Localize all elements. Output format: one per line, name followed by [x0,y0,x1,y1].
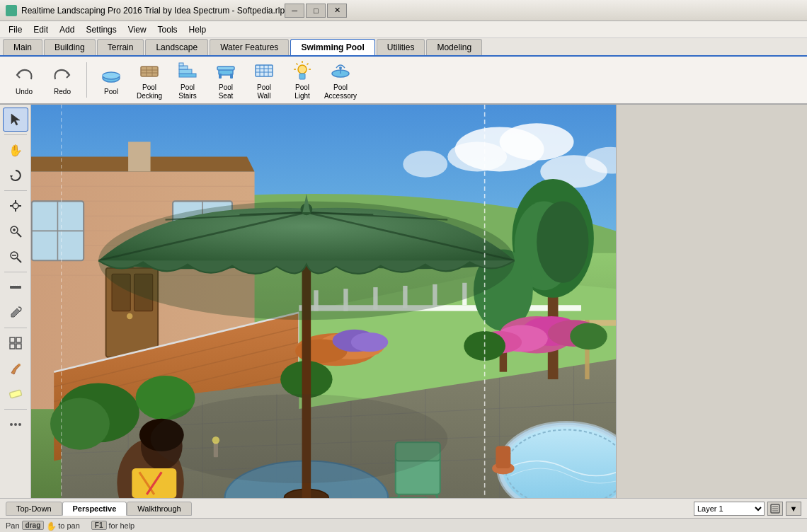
left-tool-more[interactable] [3,412,28,436]
help-status: F1 for help [91,521,134,530]
close-button[interactable]: ✕ [327,4,347,18]
menu-view[interactable]: View [122,23,152,36]
svg-rect-53 [10,344,15,349]
scene-svg [31,105,616,498]
maximize-button[interactable]: □ [306,4,326,18]
undo-button[interactable]: Undo [6,59,42,100]
svg-rect-9 [179,66,188,69]
svg-line-43 [17,258,21,262]
pool-decking-icon [138,59,161,82]
layer-select[interactable]: Layer 1 Layer 2 Layer 3 [694,502,765,516]
tab-landscape[interactable]: Landscape [145,39,208,55]
svg-rect-2 [141,66,158,76]
left-tool-select[interactable] [3,108,28,132]
left-toolbar-sep-5 [4,409,27,410]
svg-point-129 [537,201,588,282]
menu-edit[interactable]: Edit [28,23,54,36]
pool-wall-label: PoolWall [257,83,271,100]
tab-modeling[interactable]: Modeling [426,39,482,55]
redo-icon [51,64,74,86]
left-tool-grid[interactable] [3,331,28,355]
pool-light-label: PoolLight [294,83,310,100]
help-key: F1 [91,521,107,530]
layer-settings-button[interactable] [767,502,783,516]
svg-line-26 [297,64,298,65]
svg-rect-14 [217,66,234,70]
pan-action: to pan [58,521,80,530]
left-tool-zoom-out[interactable] [3,245,28,269]
view-tab-walkthrough[interactable]: Walkthrough [127,502,191,516]
pool-stairs-button[interactable]: PoolStairs [169,59,206,100]
pool-light-button[interactable]: PoolLight [284,59,321,100]
pan-label: Pan [6,521,20,530]
left-toolbar-sep-1 [4,134,27,135]
svg-point-87 [127,313,132,319]
pool-light-icon [291,59,314,82]
pool-stairs-icon [176,59,199,82]
view-tab-perspective[interactable]: Perspective [62,502,127,516]
titlebar-title: Realtime Landscaping Pro 2016 Trial by I… [21,6,285,16]
svg-rect-89 [128,141,150,171]
left-toolbar: ✋ [0,105,31,498]
svg-rect-7 [179,74,196,77]
pool-seat-button[interactable]: PoolSeat [207,59,244,100]
svg-point-178 [151,394,448,483]
svg-rect-184 [496,446,510,468]
view-tab-topdown[interactable]: Top-Down [6,502,62,516]
pan-icon: ✋ [46,521,56,531]
left-tool-measure[interactable] [3,275,28,299]
pool-button[interactable]: Pool [93,59,130,100]
left-tool-eyedrop[interactable] [3,301,28,325]
undo-icon [13,64,35,86]
svg-text:✋: ✋ [46,521,56,531]
menubar: File Edit Add Settings View Tools Help [0,21,807,38]
svg-point-33 [13,203,18,209]
viewport[interactable] [31,105,616,498]
svg-rect-54 [16,344,21,349]
tab-utilities[interactable]: Utilities [377,39,425,55]
svg-rect-10 [179,63,183,66]
left-tool-rotate[interactable] [3,163,28,187]
tab-main[interactable]: Main [3,39,42,55]
svg-point-59 [18,423,21,426]
left-toolbar-sep-3 [4,272,27,272]
menu-file[interactable]: File [3,23,28,36]
tab-building[interactable]: Building [44,39,96,55]
tab-water-features[interactable]: Water Features [210,39,289,55]
left-tool-pan[interactable]: ✋ [3,138,28,162]
menu-add[interactable]: Add [54,23,80,36]
bottom-bar: Top-Down Perspective Walkthrough Layer 1… [0,498,807,518]
svg-rect-13 [230,74,233,79]
undo-label: Undo [16,88,33,96]
svg-point-57 [10,423,13,426]
svg-point-58 [14,423,17,426]
pool-decking-button[interactable]: PoolDecking [131,59,168,100]
layer-dropdown-button[interactable]: ▼ [786,502,801,516]
svg-point-21 [298,65,307,74]
svg-rect-51 [10,337,15,342]
svg-rect-56 [9,390,22,398]
left-tool-move[interactable] [3,194,28,218]
left-tool-paint[interactable] [3,357,28,381]
pool-wall-button[interactable]: PoolWall [246,59,282,100]
menu-tools[interactable]: Tools [152,23,183,36]
pool-seat-icon [214,59,237,82]
svg-rect-45 [10,286,21,289]
tab-terrain[interactable]: Terrain [97,39,144,55]
svg-point-31 [339,66,342,69]
tabbar: Main Building Terrain Landscape Water Fe… [0,38,807,57]
menu-help[interactable]: Help [183,23,212,36]
left-tool-zoom[interactable] [3,219,28,243]
titlebar: Realtime Landscaping Pro 2016 Trial by I… [0,0,807,21]
menu-settings[interactable]: Settings [80,23,122,36]
tab-swimming-pool[interactable]: Swimming Pool [290,39,374,55]
pool-seat-label: PoolSeat [219,83,234,100]
redo-button[interactable]: Redo [44,59,81,100]
left-tool-erase[interactable] [3,382,28,406]
pool-accessory-label: PoolAccessory [324,83,357,100]
pool-accessory-icon [329,59,352,82]
minimize-button[interactable]: ─ [285,4,304,18]
svg-text:✋: ✋ [8,144,23,157]
pool-accessory-button[interactable]: PoolAccessory [322,59,359,100]
pool-icon [100,64,122,86]
